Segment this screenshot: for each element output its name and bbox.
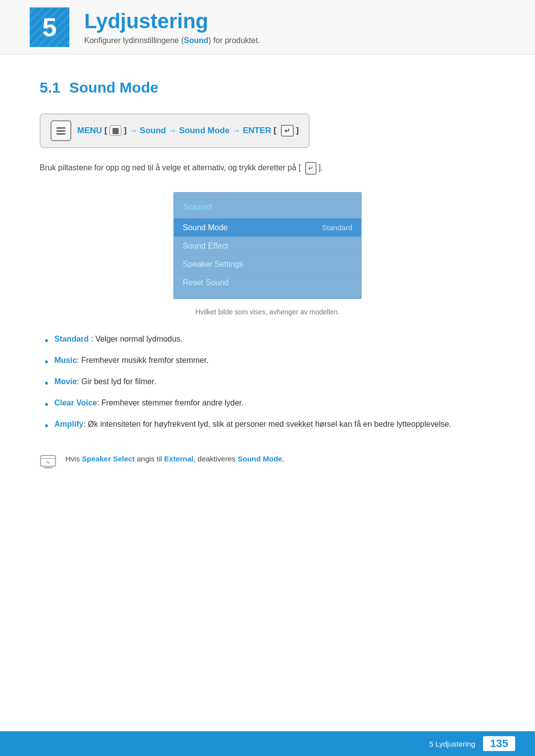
note-box: ✎ Hvis Speaker Select angis til External…	[40, 449, 495, 474]
osd-item-label: Reset Sound	[183, 278, 229, 287]
bullet-dot: •	[45, 375, 49, 391]
osd-menu-wrapper: Sound Sound Mode Standard Sound Effect S…	[40, 192, 495, 299]
osd-menu-item-speaker-settings: Speaker Settings	[174, 255, 361, 273]
enter-icon: ↵	[281, 125, 294, 137]
section-heading: 5.1 Sound Mode	[40, 79, 495, 96]
osd-caption: Hvilket bilde som vises, avhenger av mod…	[40, 308, 495, 316]
list-item: • Standard : Velger normal lydmodus.	[40, 333, 495, 349]
chapter-number: 5	[43, 12, 57, 42]
chapter-title: Lydjustering	[84, 9, 260, 33]
list-item: • Music: Fremhever musikk fremfor stemme…	[40, 354, 495, 370]
nav-path-text: MENU [ ▩ ] → Sound → Sound Mode → ENTER …	[77, 125, 299, 137]
osd-item-value: Standard	[322, 223, 352, 232]
osd-menu-title: Sound	[174, 200, 361, 218]
list-item: • Clear Voice: Fremhever stemmer fremfor…	[40, 397, 495, 412]
note-text: Hvis Speaker Select angis til External, …	[65, 454, 284, 465]
menu-icon	[51, 120, 71, 141]
bullet-dot: •	[45, 396, 49, 412]
list-item: • Amplify: Øk intensiteten for høyfrekve…	[40, 418, 495, 434]
osd-menu: Sound Sound Mode Standard Sound Effect S…	[173, 192, 362, 299]
osd-menu-item-sound-mode: Sound Mode Standard	[174, 218, 361, 237]
section-number: 5.1	[40, 79, 60, 96]
chapter-info: Lydjustering Konfigurer lydinnstillingen…	[84, 9, 260, 45]
bullet-dot: •	[45, 332, 49, 349]
bullet-dot: •	[45, 353, 49, 370]
footer-chapter-label: 5 Lydjustering	[429, 740, 475, 748]
page-footer: 5 Lydjustering 135	[0, 731, 535, 756]
menu-icon-lines	[56, 127, 65, 135]
list-item: • Movie: Gir best lyd for filmer.	[40, 376, 495, 391]
nav-path: MENU [ ▩ ] → Sound → Sound Mode → ENTER …	[40, 113, 310, 148]
osd-item-label: Speaker Settings	[183, 260, 243, 269]
section-title: Sound Mode	[69, 79, 159, 96]
description-text: Bruk piltastene for opp og ned til å vel…	[40, 162, 495, 175]
bullet-list: • Standard : Velger normal lydmodus. • M…	[40, 333, 495, 434]
footer-page-number: 135	[483, 736, 515, 751]
svg-text:✎: ✎	[46, 460, 50, 465]
note-icon: ✎	[40, 454, 58, 469]
osd-item-label: Sound Mode	[183, 223, 228, 232]
osd-item-label: Sound Effect	[183, 242, 228, 251]
osd-menu-item-sound-effect: Sound Effect	[174, 237, 361, 255]
tv-icon: ▩	[109, 125, 121, 136]
chapter-number-box: 5	[30, 7, 69, 47]
chapter-subtitle: Konfigurer lydinnstillingene (Sound) for…	[84, 36, 260, 45]
main-content: 5.1 Sound Mode MENU [ ▩ ] → Sound → Soun…	[0, 54, 535, 514]
bullet-dot: •	[45, 417, 49, 434]
osd-menu-item-reset-sound: Reset Sound	[174, 273, 361, 292]
enter-icon-inline: ↵	[305, 162, 317, 175]
page-header: 5 Lydjustering Konfigurer lydinnstilling…	[0, 0, 535, 54]
